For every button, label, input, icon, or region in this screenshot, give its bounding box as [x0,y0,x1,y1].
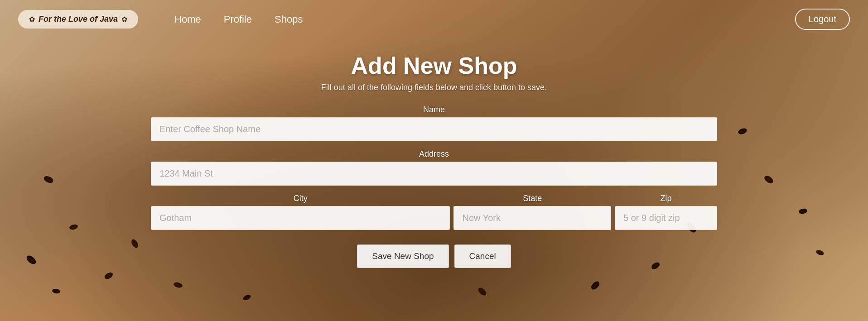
city-state-zip-row: City State Zip [151,194,717,230]
city-field-group: City [151,194,450,230]
name-label: Name [151,105,717,115]
main-content: Add New Shop Fill out all of the followi… [0,38,868,321]
state-field-group: State [453,194,611,230]
name-field-group: Name [151,105,717,141]
state-input[interactable] [453,206,611,230]
zip-input[interactable] [615,206,717,230]
logo-icon-left: ✿ [29,15,35,24]
logo-text: For the Love of Java [39,14,118,24]
logo-icon-right: ✿ [121,15,127,24]
nav-profile[interactable]: Profile [224,14,252,25]
add-shop-form: Name Address City State Zip Save [151,105,717,268]
form-buttons: Save New Shop Cancel [151,244,717,268]
address-input[interactable] [151,162,717,186]
logout-button[interactable]: Logout [795,9,850,30]
nav-shops[interactable]: Shops [275,14,303,25]
nav-links: Home Profile Shops [174,14,303,25]
nav-home[interactable]: Home [174,14,201,25]
address-label: Address [151,149,717,159]
zip-field-group: Zip [615,194,717,230]
page-title: Add New Shop [351,52,517,79]
city-input[interactable] [151,206,450,230]
name-input[interactable] [151,117,717,141]
address-field-group: Address [151,149,717,186]
navbar: ✿ For the Love of Java ✿ Home Profile Sh… [0,0,868,38]
state-label: State [453,194,611,203]
city-label: City [151,194,450,203]
logo[interactable]: ✿ For the Love of Java ✿ [18,10,138,29]
cancel-button[interactable]: Cancel [454,244,511,268]
page-subtitle: Fill out all of the following fields bel… [321,83,547,92]
zip-label: Zip [615,194,717,203]
save-new-shop-button[interactable]: Save New Shop [357,244,448,268]
